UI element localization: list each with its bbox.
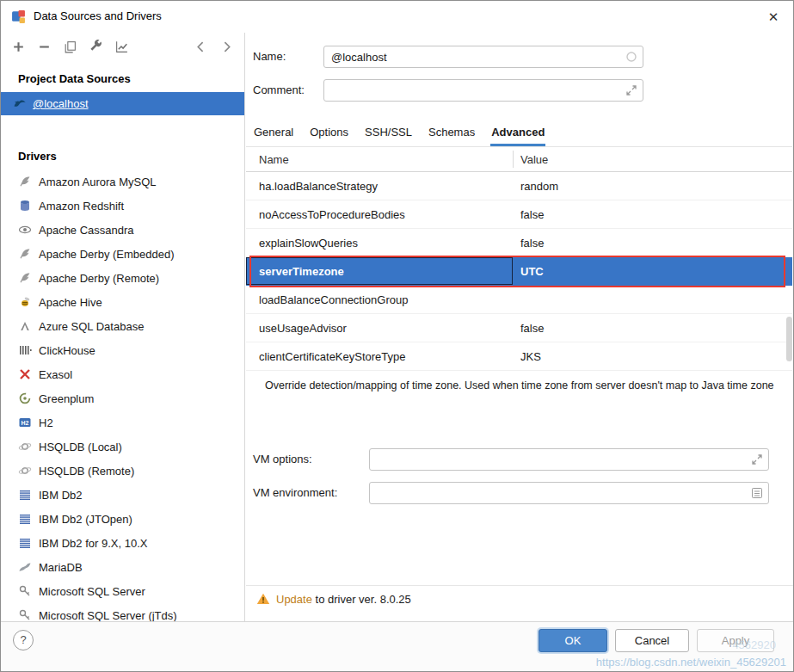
app-datasource-icon (11, 9, 26, 24)
h2-icon (18, 416, 32, 429)
close-icon[interactable]: ✕ (764, 8, 783, 27)
ibm-icon (18, 536, 32, 550)
sidebar: Project Data Sources @localhost Drivers … (1, 33, 245, 621)
tab-general[interactable]: General (253, 117, 294, 146)
hsqldb-icon (18, 440, 32, 453)
azure-icon (18, 319, 32, 333)
table-row-noaccesstoprocedurebodies[interactable]: noAccessToProcedureBodies false (246, 200, 792, 229)
title-bar: Data Sources and Drivers ✕ (1, 1, 793, 33)
hsqldb-icon (18, 464, 32, 478)
ok-button[interactable]: OK (539, 629, 607, 652)
cancel-button[interactable]: Cancel (615, 629, 689, 652)
vm-options-field-wrapper (369, 448, 769, 471)
property-name: clientCertificateKeyStoreType (246, 350, 513, 363)
driver-item-greenplum[interactable]: Greenplum (1, 386, 244, 410)
driver-label: IBM Db2 for 9.X, 10.X (39, 537, 147, 550)
driver-item-azure-sql-database[interactable]: Azure SQL Database (1, 314, 244, 338)
name-label: Name: (253, 50, 286, 64)
expand-icon[interactable] (750, 453, 764, 466)
driver-item-amazon-redshift[interactable]: Amazon Redshift (1, 194, 244, 218)
tab-options[interactable]: Options (309, 117, 349, 146)
add-icon[interactable] (11, 40, 26, 54)
datasource-item-localhost[interactable]: @localhost (1, 92, 244, 115)
column-header-value: Value (513, 153, 792, 166)
driver-label: Apache Derby (Remote) (39, 272, 159, 285)
name-field-wrapper (323, 46, 643, 68)
driver-settings-wrench-icon[interactable] (89, 40, 103, 54)
table-row-ha-loadbalancestrategy[interactable]: ha.loadBalanceStrategy random (246, 172, 792, 200)
driver-item-apache-hive[interactable]: Apache Hive (1, 290, 244, 314)
back-arrow-icon[interactable] (194, 40, 208, 54)
column-header-name: Name (246, 153, 513, 166)
feather-icon (18, 247, 32, 261)
name-input[interactable] (323, 46, 643, 68)
driver-label: Apache Cassandra (39, 224, 134, 237)
forward-arrow-icon[interactable] (219, 40, 234, 54)
driver-item-exasol[interactable]: Exasol (1, 362, 244, 386)
browse-list-icon[interactable] (750, 486, 764, 500)
mssql-icon (18, 608, 32, 621)
driver-item-hsqldb-local[interactable]: HSQLDB (Local) (1, 435, 244, 459)
driver-label: MariaDB (39, 561, 83, 574)
property-name: loadBalanceConnectionGroup (246, 293, 513, 306)
drivers-heading: Drivers (1, 115, 244, 170)
driver-update-notice: Update to driver ver. 8.0.25 (256, 592, 411, 606)
cassandra-eye-icon (18, 223, 32, 237)
remove-icon[interactable] (37, 40, 52, 54)
driver-item-ibm-db2-jtopen[interactable]: IBM Db2 (JTOpen) (1, 507, 244, 531)
comment-label: Comment: (253, 83, 305, 97)
table-row-clientcertificatekeystoretype[interactable]: clientCertificateKeyStoreType JKS (246, 342, 792, 371)
duplicate-icon[interactable] (63, 40, 77, 54)
tab-schemas[interactable]: Schemas (428, 117, 476, 146)
driver-label: Microsoft SQL Server (jTds) (39, 609, 177, 622)
feather-icon (18, 175, 32, 188)
sidebar-toolbar (1, 33, 244, 60)
hive-bee-icon (18, 295, 32, 309)
driver-item-apache-derby-remote[interactable]: Apache Derby (Remote) (1, 266, 244, 290)
table-scrollbar-thumb[interactable] (786, 317, 792, 361)
warning-triangle-icon (256, 592, 270, 606)
driver-item-ibm-db2[interactable]: IBM Db2 (1, 483, 244, 507)
driver-label: Amazon Aurora MySQL (39, 176, 157, 188)
update-notice-text: to driver ver. 8.0.25 (312, 593, 411, 606)
vm-options-label: VM options: (253, 453, 312, 466)
table-row-explainslowqueries[interactable]: explainSlowQueries false (246, 229, 792, 257)
driver-label: IBM Db2 (39, 489, 83, 502)
apply-button[interactable]: Apply (697, 629, 774, 652)
help-button[interactable]: ? (13, 630, 34, 650)
project-data-sources-heading: Project Data Sources (1, 60, 244, 92)
table-row-useusageadvisor[interactable]: useUsageAdvisor false (246, 314, 792, 342)
vm-environment-input[interactable] (369, 482, 769, 504)
driver-item-amazon-aurora-mysql[interactable]: Amazon Aurora MySQL (1, 170, 244, 194)
property-value: false (513, 237, 792, 250)
property-name: noAccessToProcedureBodies (246, 208, 513, 221)
property-name: explainSlowQueries (246, 237, 513, 250)
vm-environment-label: VM environment: (253, 486, 337, 500)
tab-advanced[interactable]: Advanced (490, 117, 545, 146)
divider (246, 585, 793, 586)
dialog-title: Data Sources and Drivers (34, 9, 162, 22)
driver-item-hsqldb-remote[interactable]: HSQLDB (Remote) (1, 459, 244, 483)
update-driver-link[interactable]: Update (276, 593, 312, 606)
tab-ssh-ssl[interactable]: SSH/SSL (364, 117, 413, 146)
diagram-icon[interactable] (114, 40, 129, 54)
table-row-servertimezone-selected[interactable]: serverTimezone UTC (246, 257, 792, 286)
driver-item-ibm-db2-9x-10x[interactable]: IBM Db2 for 9.X, 10.X (1, 531, 244, 555)
driver-item-h2[interactable]: H2 (1, 410, 244, 435)
driver-label: Amazon Redshift (39, 200, 124, 213)
driver-item-clickhouse[interactable]: ClickHouse (1, 338, 244, 362)
driver-item-mariadb[interactable]: MariaDB (1, 555, 244, 579)
driver-item-apache-cassandra[interactable]: Apache Cassandra (1, 218, 244, 242)
driver-item-microsoft-sql-server[interactable]: Microsoft SQL Server (1, 579, 244, 603)
comment-input[interactable] (323, 79, 643, 102)
driver-label: ClickHouse (39, 344, 95, 357)
table-row-loadbalanceconnectiongroup[interactable]: loadBalanceConnectionGroup (246, 286, 792, 314)
mssql-icon (18, 584, 32, 598)
comment-field-wrapper (323, 79, 643, 102)
property-value: JKS (513, 350, 792, 363)
vm-options-input[interactable] (369, 448, 769, 471)
driver-label: Azure SQL Database (39, 320, 144, 333)
expand-icon[interactable] (625, 83, 638, 97)
driver-item-apache-derby-embedded[interactable]: Apache Derby (Embedded) (1, 242, 244, 266)
driver-item-microsoft-sql-server-jtds[interactable]: Microsoft SQL Server (jTds) (1, 603, 244, 621)
